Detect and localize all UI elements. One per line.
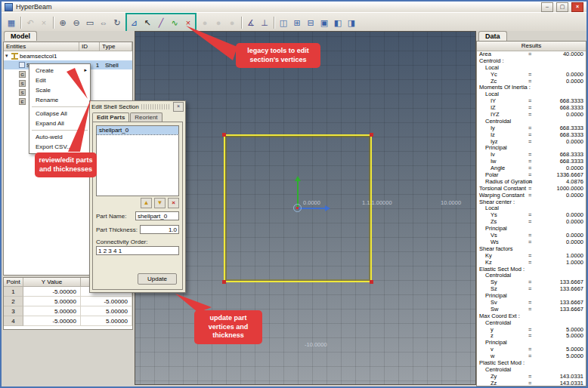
undo-icon[interactable]: ↶ <box>23 16 37 29</box>
result-value: 668.3333 <box>560 132 583 139</box>
connectivity-order-input[interactable] <box>96 246 179 255</box>
zoom-in-icon[interactable]: ⊕ <box>56 16 70 29</box>
maximize-button[interactable]: ▢ <box>556 2 568 12</box>
tree-header-entities[interactable]: Entities <box>4 42 79 51</box>
collapse-windows-icon[interactable]: ⊟ <box>304 16 317 29</box>
close-button[interactable]: × <box>571 2 583 12</box>
result-label: Centroidal <box>477 320 511 327</box>
result-label: Moments Of Inertia : <box>477 85 531 91</box>
node-option-2-icon[interactable]: ● <box>212 16 225 29</box>
node-option-1-icon[interactable]: ● <box>198 16 212 29</box>
vertex-marker[interactable] <box>222 133 226 137</box>
vertex-marker[interactable] <box>370 280 373 284</box>
result-label: Ky <box>477 253 492 260</box>
result-value: 1000.0000 <box>557 186 583 192</box>
vertex-marker[interactable] <box>370 133 373 137</box>
results-panel: Results Area=40.0000Centroid :LocalYc=0.… <box>476 41 586 386</box>
part-name-input[interactable] <box>135 211 179 220</box>
menu-item-expand-all[interactable]: Expand All <box>30 119 89 128</box>
menu-item-auto-weld[interactable]: Auto-weld <box>30 132 89 142</box>
point-value-cell[interactable]: -5.00000 <box>23 287 81 297</box>
hyperbeam-grid-icon[interactable]: ▦ <box>5 16 18 29</box>
result-row: Local <box>477 205 586 212</box>
result-row: Polar=1336.6667 <box>477 172 586 179</box>
vertex-marker[interactable] <box>222 280 226 284</box>
orient-axis-icon[interactable]: ⊥ <box>258 16 271 29</box>
result-row: Sw=133.6667 <box>477 306 586 313</box>
points-row: 25.00000-5.00000 <box>4 297 132 306</box>
result-label: Polar <box>477 172 499 179</box>
point-value-cell[interactable]: 5.00000 <box>23 297 81 306</box>
points-header-0[interactable]: Point <box>4 278 23 287</box>
expander-icon[interactable]: ▾ <box>5 53 11 59</box>
tab-model[interactable]: Model <box>4 31 37 41</box>
minimize-button[interactable]: – <box>541 2 553 12</box>
draw-line-tool-icon[interactable]: ⊿ <box>127 16 141 29</box>
menu-item-scale[interactable]: Scale <box>30 85 89 95</box>
point-value-cell[interactable]: -5.00000 <box>23 316 81 326</box>
single-window-icon[interactable]: ▣ <box>317 16 331 29</box>
tree-row-beamsectcol1[interactable]: ▾beamsectcol1 <box>4 51 132 60</box>
new-window-icon[interactable]: ◫ <box>277 16 290 29</box>
select-vertex-tool-icon[interactable]: ↖ <box>141 16 154 29</box>
part-list-item[interactable]: shellpart_0 <box>97 126 178 134</box>
result-row: Torsional Constant=1000.0000 <box>477 186 586 192</box>
tab-data[interactable]: Data <box>478 31 507 41</box>
result-label: z <box>477 333 494 340</box>
point-value-cell[interactable]: -5.00000 <box>81 297 132 306</box>
result-value: 143.0331 <box>560 380 583 386</box>
result-row: y=5.0000 <box>477 327 586 334</box>
edit-line-tool-icon[interactable]: ╱ <box>154 16 168 29</box>
result-label: Vs <box>477 232 497 239</box>
node-option-3-icon[interactable]: ● <box>225 16 239 29</box>
z-axis-arrow <box>299 208 326 209</box>
result-label: w <box>477 353 494 360</box>
tab-edit-parts[interactable]: Edit Parts <box>92 112 129 122</box>
split-right-icon[interactable]: ◨ <box>345 16 358 29</box>
pan-icon[interactable]: ⇔ <box>97 16 110 29</box>
menu-item-rename[interactable]: Rename <box>30 95 89 105</box>
menu-item-export-csv-[interactable]: Export CSV... <box>30 142 89 152</box>
result-value: 668.3333 <box>560 105 583 112</box>
tab-reorient[interactable]: Reorient <box>130 112 162 122</box>
result-row: Iz=668.3333 <box>477 132 586 139</box>
split-left-icon[interactable]: ◧ <box>331 16 345 29</box>
dialog-close-icon[interactable]: × <box>173 102 184 112</box>
point-value-cell[interactable]: 5.00000 <box>81 316 132 326</box>
zoom-out-icon[interactable]: ⊖ <box>70 16 83 29</box>
menu-item-collapse-all[interactable]: Collapse All <box>30 109 89 119</box>
rotate-view-icon[interactable]: ↻ <box>110 16 124 29</box>
move-up-icon[interactable]: ▲ <box>141 198 152 208</box>
move-down-icon[interactable]: ▼ <box>154 198 166 208</box>
result-value: 40.0000 <box>563 51 583 58</box>
menu-item-create[interactable]: Create▸ <box>30 66 89 75</box>
result-value: 133.6667 <box>560 300 583 306</box>
points-row: 4-5.000005.00000 <box>4 316 132 326</box>
callout-legacy-tools: legacy tools to edit section's vertices <box>236 43 320 68</box>
part-thickness-input[interactable] <box>140 225 179 234</box>
equals-sign: = <box>528 333 531 340</box>
tree-header-id[interactable]: ID <box>79 42 100 51</box>
title-bar[interactable]: HyperBeam – ▢ × <box>2 2 586 13</box>
point-value-cell[interactable]: 5.00000 <box>23 306 81 316</box>
result-label: y <box>477 327 494 334</box>
menu-item-edit[interactable]: Edit <box>30 75 89 85</box>
dialog-title-bar[interactable]: Edit Shell Section × <box>90 101 185 112</box>
point-number: 2 <box>4 297 23 306</box>
tree-header-type[interactable]: Type <box>100 42 132 51</box>
tree-header: EntitiesIDType <box>4 42 132 51</box>
delete-icon[interactable]: × <box>37 16 51 29</box>
edit-polyline-tool-icon[interactable]: ∿ <box>168 16 181 29</box>
zoom-window-icon[interactable]: ▭ <box>83 16 97 29</box>
measure-angle-icon[interactable]: ∡ <box>244 16 258 29</box>
result-row: Max Coord Ext : <box>477 313 586 320</box>
delete-part-icon[interactable]: × <box>168 198 179 208</box>
result-value: 5.0000 <box>566 333 583 340</box>
tile-windows-icon[interactable]: ⊞ <box>290 16 304 29</box>
equals-sign: = <box>528 125 531 132</box>
point-value-cell[interactable]: 5.00000 <box>81 306 132 316</box>
points-header-1[interactable]: Y Value <box>23 278 81 287</box>
delete-vertex-tool-icon[interactable]: × <box>181 16 195 29</box>
result-label: Iyz <box>477 139 498 146</box>
update-button[interactable]: Update <box>138 273 177 285</box>
